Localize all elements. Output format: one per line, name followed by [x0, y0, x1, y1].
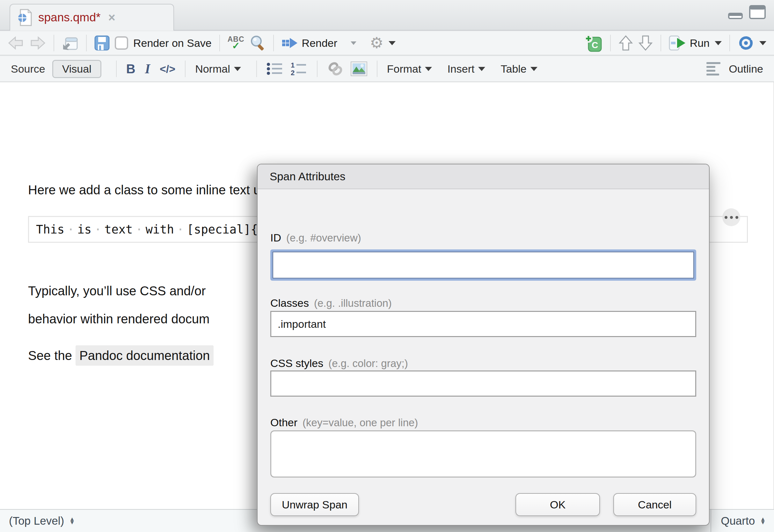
save-icon[interactable] — [94, 35, 110, 51]
dialog-title: Span Attributes — [257, 164, 709, 189]
classes-input[interactable] — [270, 311, 696, 337]
pandoc-doc-link[interactable]: Pandoc documentation — [76, 345, 213, 366]
visual-mode-button[interactable]: Visual — [52, 60, 101, 78]
unwrap-span-button[interactable]: Unwrap Span — [270, 493, 359, 516]
paragraph-style-dropdown[interactable]: Normal — [195, 63, 241, 75]
render-on-save-label: Render on Save — [133, 37, 212, 49]
quarto-file-icon — [18, 9, 33, 26]
svg-text:1: 1 — [291, 62, 294, 69]
italic-icon[interactable]: I — [142, 61, 153, 76]
id-label: ID(e.g. #overview) — [270, 232, 361, 244]
bold-icon[interactable]: B — [126, 62, 135, 76]
gear-icon[interactable]: ⚙ — [370, 35, 383, 51]
block-options-icon[interactable] — [722, 208, 740, 226]
link-icon[interactable] — [327, 61, 343, 77]
run-label: Run — [690, 37, 710, 49]
svg-text:C: C — [592, 40, 598, 50]
rstudio-editor-pane: spans.qmd* × — [0, 0, 774, 532]
run-dropdown-icon[interactable] — [715, 41, 722, 45]
image-icon[interactable] — [351, 61, 367, 76]
outline-icon — [706, 62, 720, 75]
document-tab[interactable]: spans.qmd* × — [10, 4, 174, 31]
span-attributes-dialog: Span Attributes ID(e.g. #overview) Class… — [257, 164, 710, 526]
other-textarea[interactable] — [270, 430, 696, 478]
svg-text:2: 2 — [291, 69, 294, 76]
classes-label: Classes(e.g. .illustration) — [270, 297, 392, 309]
search-icon[interactable] — [249, 35, 265, 51]
table-menu[interactable]: Table — [501, 63, 537, 75]
id-input[interactable] — [272, 252, 694, 278]
source-rerun-icon[interactable] — [738, 35, 754, 51]
outline-toggle[interactable]: Outline — [706, 62, 763, 75]
ok-button[interactable]: OK — [516, 493, 600, 516]
source-dropdown-icon[interactable] — [759, 41, 766, 45]
back-icon[interactable] — [8, 35, 24, 51]
outline-scope-selector[interactable]: (Top Level) ▲▼ — [0, 514, 75, 527]
source-mode-button[interactable]: Source — [11, 63, 45, 75]
render-button[interactable]: Render — [281, 36, 337, 50]
id-field-focus-ring — [270, 249, 696, 281]
run-button[interactable]: Run — [669, 35, 710, 51]
forward-icon[interactable] — [29, 35, 46, 51]
updown-icon: ▲▼ — [69, 517, 75, 524]
other-label: Other(key=value, one per line) — [270, 416, 418, 429]
insert-chunk-icon[interactable]: C — [584, 34, 603, 52]
format-menu[interactable]: Format — [387, 63, 432, 75]
css-styles-label: CSS styles(e.g. color: gray;) — [270, 357, 408, 370]
maximize-icon[interactable] — [749, 5, 766, 19]
up-arrow-icon[interactable] — [619, 35, 633, 51]
render-dropdown-icon[interactable] — [351, 41, 356, 45]
popout-icon[interactable] — [62, 35, 78, 51]
render-on-save-checkbox[interactable] — [115, 36, 128, 50]
close-icon[interactable]: × — [108, 11, 115, 25]
format-toolbar: Source Visual B I </> Normal 1 2 — [0, 56, 774, 82]
paragraph-3: See the Pandoc documentation — [28, 349, 213, 363]
cancel-button[interactable]: Cancel — [613, 493, 696, 516]
main-toolbar: Render on Save ABC ✓ Render ⚙ — [0, 31, 774, 55]
insert-menu[interactable]: Insert — [447, 63, 485, 75]
doc-type-selector[interactable]: Quarto ▲▼ — [711, 510, 774, 532]
bullet-list-icon[interactable] — [266, 62, 283, 76]
numbered-list-icon[interactable]: 1 2 — [290, 62, 307, 76]
down-arrow-icon[interactable] — [638, 35, 653, 51]
inline-code-icon[interactable]: </> — [160, 63, 175, 75]
tab-strip: spans.qmd* × — [0, 0, 774, 31]
spellcheck-icon[interactable]: ABC ✓ — [228, 36, 244, 51]
gear-dropdown-icon[interactable] — [389, 41, 396, 45]
css-styles-input[interactable] — [270, 370, 696, 397]
minimize-icon[interactable] — [728, 5, 743, 19]
paragraph-2: Typically, you’ll use CSS and/or behavio… — [28, 277, 209, 333]
updown-icon: ▲▼ — [760, 517, 766, 524]
render-label: Render — [302, 37, 337, 49]
tab-title: spans.qmd* — [38, 11, 100, 24]
